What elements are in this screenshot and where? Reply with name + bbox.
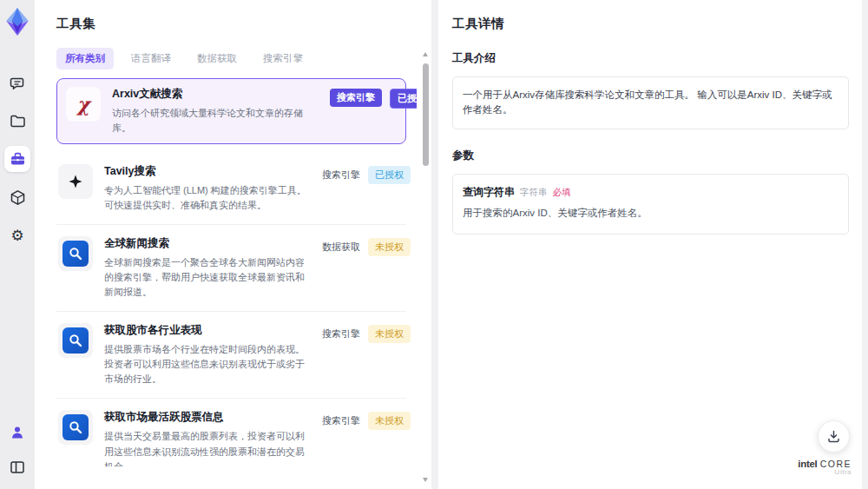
tool-auth-badge: 未授权: [368, 325, 411, 343]
gear-icon: ⚙: [10, 228, 23, 243]
tool-list: χ Arxiv文献搜索 访问各个研究领域大量科学论文和文章的存储库。 搜索引擎 …: [56, 78, 417, 466]
brand-core-text: CORE: [820, 459, 852, 469]
download-button[interactable]: [818, 420, 850, 453]
app-logo-gem-icon: [4, 7, 30, 36]
tool-name: Tavily搜索: [104, 164, 311, 179]
tool-text: Tavily搜索 专为人工智能代理 (LLM) 构建的搜索引擎工具。可快速提供实…: [104, 164, 311, 213]
tool-category-badge: 搜索引擎: [330, 89, 382, 107]
params-heading: 参数: [452, 149, 849, 163]
tool-auth-badge: 已授权: [390, 89, 417, 109]
user-icon: [10, 425, 25, 440]
tool-name: 全球新闻搜索: [104, 236, 311, 251]
tool-detail-panel: 工具详情 工具介绍 一个用于从Arxiv存储库搜索科学论文和文章的工具。 输入可…: [438, 0, 862, 489]
tab-1[interactable]: 语言翻译: [122, 48, 180, 69]
category-tabs: 所有类别语言翻译数据获取搜索引擎: [56, 48, 417, 69]
tool-name: 获取股市各行业表现: [104, 323, 311, 338]
tool-description: 专为人工智能代理 (LLM) 构建的搜索引擎工具。可快速提供实时、准确和真实的结…: [104, 183, 311, 213]
tool-description: 访问各个研究领域大量科学论文和文章的存储库。: [112, 106, 319, 135]
tool-text: 全球新闻搜索 全球新闻搜索是一个聚合全球各大新闻网站内容的搜索引擎，帮助用户快速…: [104, 236, 311, 300]
tool-auth-badge: 未授权: [368, 412, 411, 430]
chat-icon: [10, 75, 26, 91]
tool-list-item[interactable]: χ Arxiv文献搜索 访问各个研究领域大量科学论文和文章的存储库。 搜索引擎 …: [56, 78, 406, 144]
tool-text: Arxiv文献搜索 访问各个研究领域大量科学论文和文章的存储库。: [112, 87, 319, 135]
tool-badges: 搜索引擎 未授权: [322, 410, 411, 466]
sidebar-item-chat[interactable]: [4, 69, 30, 96]
tab-0[interactable]: 所有类别: [56, 48, 114, 69]
param-box: 查询字符串 字符串 必填 用于搜索的Arxiv ID、关键字或作者姓名。: [452, 174, 849, 235]
param-name: 查询字符串: [463, 185, 515, 200]
folder-icon: [10, 113, 26, 129]
tool-category-badge: 搜索引擎: [322, 325, 360, 343]
tool-text: 获取市场最活跃股票信息 提供当天交易量最高的股票列表，投资者可以利用这些信息来识…: [104, 410, 311, 466]
tool-list-item[interactable]: 全球新闻搜索 全球新闻搜索是一个聚合全球各大新闻网站内容的搜索引擎，帮助用户快速…: [56, 225, 406, 312]
intel-core-logo: intel CORE Ultra: [798, 459, 852, 477]
list-scrollbar[interactable]: [423, 52, 429, 482]
left-rail: ⚙: [0, 0, 35, 489]
qsearch-icon: [58, 236, 93, 271]
tool-name: Arxiv文献搜索: [112, 87, 319, 102]
sidebar-item-account[interactable]: [4, 420, 30, 446]
tool-auth-badge: 未授权: [368, 238, 411, 256]
qsearch-icon: [58, 323, 93, 358]
tool-list-item[interactable]: Tavily搜索 专为人工智能代理 (LLM) 构建的搜索引擎工具。可快速提供实…: [56, 153, 406, 225]
tool-list-panel: 工具集 所有类别语言翻译数据获取搜索引擎 χ Arxiv文献搜索 访问各个研究领…: [35, 0, 431, 489]
intro-heading: 工具介绍: [452, 51, 849, 66]
intro-box: 一个用于从Arxiv存储库搜索科学论文和文章的工具。 输入可以是Arxiv ID…: [452, 76, 849, 129]
download-icon: [826, 429, 841, 444]
param-description: 用于搜索的Arxiv ID、关键字或作者姓名。: [463, 207, 838, 220]
tool-auth-badge: 已授权: [368, 166, 411, 184]
tool-badges: 搜索引擎 已授权: [322, 164, 411, 213]
tool-badges: 数据获取 未授权: [322, 236, 411, 300]
tool-text: 获取股市各行业表现 提供股票市场各个行业在特定时间段内的表现。投资者可以利用这些…: [104, 323, 311, 387]
sidebar-item-settings[interactable]: ⚙: [4, 222, 30, 248]
tool-category-badge: 搜索引擎: [322, 166, 360, 184]
tool-badges: 搜索引擎 已授权: [330, 87, 417, 135]
tab-3[interactable]: 搜索引擎: [254, 48, 312, 69]
sidebar-item-files[interactable]: [4, 108, 30, 134]
tool-category-badge: 数据获取: [322, 238, 360, 256]
tool-category-badge: 搜索引擎: [322, 412, 360, 430]
panel-icon: [10, 459, 25, 475]
tool-description: 全球新闻搜索是一个聚合全球各大新闻网站内容的搜索引擎，帮助用户快速获取全球最新资…: [104, 255, 311, 300]
qsearch-icon: [58, 410, 93, 445]
tool-name: 获取市场最活跃股票信息: [104, 410, 311, 425]
scrollbar-thumb[interactable]: [423, 63, 429, 166]
tool-description: 提供当天交易量最高的股票列表，投资者可以利用这些信息来识别流动性强的股票和潜在的…: [104, 429, 311, 466]
sidebar-item-plugins[interactable]: [4, 184, 30, 210]
brand-intel-text: intel: [798, 459, 817, 469]
detail-title: 工具详情: [452, 16, 849, 32]
param-type: 字符串: [520, 187, 548, 199]
sidebar-item-collapse[interactable]: [4, 454, 30, 480]
app-window: ⚙ 工具集 所有类别语言翻译数据获取搜索引擎 χ: [0, 0, 868, 489]
tool-description: 提供股票市场各个行业在特定时间段内的表现。投资者可以利用这些信息来识别表现优于或…: [104, 342, 311, 387]
page-title: 工具集: [56, 16, 417, 32]
scroll-down-icon[interactable]: [423, 478, 428, 482]
tool-list-item[interactable]: 获取股市各行业表现 提供股票市场各个行业在特定时间段内的表现。投资者可以利用这些…: [56, 312, 406, 399]
tab-2[interactable]: 数据获取: [188, 48, 246, 69]
scroll-up-icon[interactable]: [423, 52, 428, 56]
tool-list-item[interactable]: 获取市场最活跃股票信息 提供当天交易量最高的股票列表，投资者可以利用这些信息来识…: [56, 399, 406, 466]
sidebar-item-tools[interactable]: [4, 146, 30, 172]
tool-badges: 搜索引擎 未授权: [322, 323, 411, 387]
tavily-icon: [58, 164, 93, 199]
cube-icon: [10, 189, 26, 206]
arxiv-icon: χ: [66, 87, 101, 122]
brand-sub-text: Ultra: [798, 469, 852, 477]
toolbox-icon: [10, 151, 26, 168]
param-required-badge: 必填: [553, 187, 571, 199]
